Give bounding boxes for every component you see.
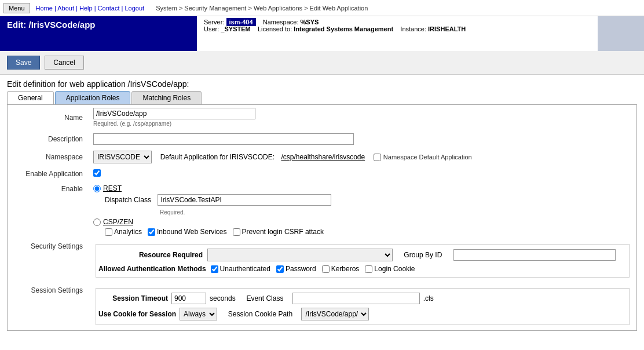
name-input[interactable] <box>93 108 255 119</box>
home-link[interactable]: Home <box>36 5 53 12</box>
enable-app-label: Enable Application <box>8 166 89 181</box>
description-label: Description <box>8 130 89 148</box>
cancel-button[interactable]: Cancel <box>45 56 83 70</box>
rest-label[interactable]: REST <box>103 184 122 192</box>
name-label: Name <box>8 105 89 130</box>
enable-label-cell: Enable <box>8 181 89 239</box>
contact-link[interactable]: Contact <box>98 5 120 12</box>
namespace-select[interactable]: IRISVSCODE <box>93 151 152 163</box>
security-settings-label: Security Settings <box>8 239 89 283</box>
prevent-csrf-label: Prevent login CSRF attack <box>242 228 324 236</box>
prevent-csrf-option: Prevent login CSRF attack <box>233 228 324 236</box>
enable-app-row: Enable Application <box>8 166 636 181</box>
default-app-link[interactable]: /csp/healthshare/irisvscode <box>281 153 365 161</box>
dispatch-class-input[interactable] <box>158 194 331 206</box>
analytics-option: Analytics <box>105 228 142 236</box>
action-bar: Save Cancel <box>0 51 644 75</box>
auth-methods-label: Allowed Authentication Methods <box>98 265 206 273</box>
server-badge: ism-404 <box>226 18 256 26</box>
unauthenticated-label: Unauthenticated <box>220 265 270 273</box>
csp-zen-radio[interactable] <box>93 218 101 226</box>
page-title-bar: Edit: /IrisVSCode/app <box>0 16 197 51</box>
namespace-value: %SYS <box>301 19 319 25</box>
session-cookie-path-select[interactable]: /IrisVSCode/app/ <box>301 308 369 320</box>
user-label: User: <box>204 25 219 32</box>
ns-default-checkbox[interactable] <box>374 154 381 161</box>
namespace-label: Namespace: <box>263 19 299 25</box>
namespace-row: Namespace IRISVSCODE Default Application… <box>8 148 636 166</box>
instance-label: Instance: <box>400 25 426 32</box>
enable-app-cell <box>89 166 636 181</box>
resource-select[interactable] <box>207 249 393 261</box>
inbound-ws-checkbox[interactable] <box>148 228 155 236</box>
page-description: Edit definition for web application /Iri… <box>0 75 644 91</box>
session-timeout-input[interactable] <box>171 293 206 304</box>
session-settings-label: Session Settings <box>8 283 89 330</box>
resource-required-label: Resource Required <box>98 251 203 259</box>
login-cookie-check: Login Cookie <box>365 265 415 273</box>
auth-methods-row: Allowed Authentication Methods Unauthent… <box>98 263 627 275</box>
description-row: Description <box>8 130 636 148</box>
name-cell: Required. (e.g. /csp/appname) <box>89 105 636 130</box>
unauthenticated-checkbox[interactable] <box>211 265 218 273</box>
ns-default-label: Namespace Default Application <box>383 154 472 161</box>
rest-radio-row: REST <box>93 184 632 192</box>
session-settings-cell: Session Timeout seconds Event Class .cls… <box>89 283 636 330</box>
security-settings-cell: Resource Required Group By ID Allowed A <box>89 239 636 283</box>
login-cookie-checkbox[interactable] <box>365 265 372 273</box>
csp-zen-label[interactable]: CSP/ZEN <box>103 218 133 226</box>
inbound-ws-option: Inbound Web Services <box>148 228 227 236</box>
nav-links: Home | About | Help | Contact | Logout <box>36 5 145 12</box>
save-button[interactable]: Save <box>7 56 40 70</box>
event-class-input[interactable] <box>292 293 420 304</box>
rest-radio[interactable] <box>93 185 101 192</box>
licensed-label: Licensed to: <box>258 25 292 32</box>
description-input[interactable] <box>93 133 354 145</box>
help-link[interactable]: Help <box>79 5 93 12</box>
kerberos-checkbox[interactable] <box>322 265 330 273</box>
tabs-row: General Application Roles Matching Roles <box>0 91 644 104</box>
csp-options: Analytics Inbound Web Services Prevent l… <box>105 228 632 236</box>
session-timeout-label: Session Timeout <box>98 294 168 302</box>
session-timeout-row: Session Timeout seconds Event Class .cls <box>98 291 627 306</box>
analytics-label: Analytics <box>114 228 142 236</box>
unauthenticated-check: Unauthenticated <box>211 265 270 273</box>
kerberos-label: Kerberos <box>331 265 360 273</box>
security-section: Resource Required Group By ID Allowed A <box>96 244 630 278</box>
dispatch-class-label: Dispatch Class <box>105 196 151 204</box>
resource-row: Resource Required Group By ID <box>98 247 627 263</box>
about-link[interactable]: About <box>57 5 74 12</box>
password-checkbox[interactable] <box>276 265 284 273</box>
tab-general[interactable]: General <box>7 91 54 104</box>
right-panel <box>598 16 644 51</box>
tab-application-roles[interactable]: Application Roles <box>55 91 131 104</box>
security-settings-row: Security Settings Resource Required Grou… <box>8 239 636 283</box>
prevent-csrf-checkbox[interactable] <box>233 228 240 236</box>
kerberos-check: Kerberos <box>322 265 360 273</box>
description-cell <box>89 130 636 148</box>
tab-matching-roles[interactable]: Matching Roles <box>131 91 202 104</box>
use-cookie-select[interactable]: Always <box>180 308 217 320</box>
content-area: Name Required. (e.g. /csp/appname) Descr… <box>7 104 637 331</box>
name-row: Name Required. (e.g. /csp/appname) <box>8 105 636 130</box>
dispatch-hint: Required. <box>160 209 185 216</box>
enable-app-checkbox[interactable] <box>93 169 101 177</box>
session-section: Session Timeout seconds Event Class .cls… <box>96 288 630 325</box>
enable-type-cell: REST Dispatch Class Required. <box>89 181 636 239</box>
menu-button[interactable]: Menu <box>3 3 30 13</box>
auth-checks: Unauthenticated Password Kerberos <box>211 265 415 273</box>
server-label: Server: <box>204 19 224 25</box>
session-settings-row: Session Settings Session Timeout seconds… <box>8 283 636 330</box>
use-cookie-label: Use Cookie for Session <box>98 310 176 318</box>
logout-link[interactable]: Logout <box>125 5 145 12</box>
csp-zen-radio-row: CSP/ZEN <box>93 218 632 226</box>
login-cookie-label: Login Cookie <box>374 265 415 273</box>
server-info: Server: ism-404 Namespace: %SYS User: _S… <box>197 16 598 51</box>
enable-radio-group: REST Dispatch Class Required. <box>93 184 632 236</box>
group-by-id-input[interactable] <box>453 249 616 261</box>
analytics-checkbox[interactable] <box>105 228 112 236</box>
namespace-cell: IRISVSCODE Default Application for IRISV… <box>89 148 636 166</box>
name-hint: Required. (e.g. /csp/appname) <box>93 121 171 127</box>
user-value: _SYSTEM <box>221 25 250 32</box>
event-class-label: Event Class <box>246 294 283 302</box>
